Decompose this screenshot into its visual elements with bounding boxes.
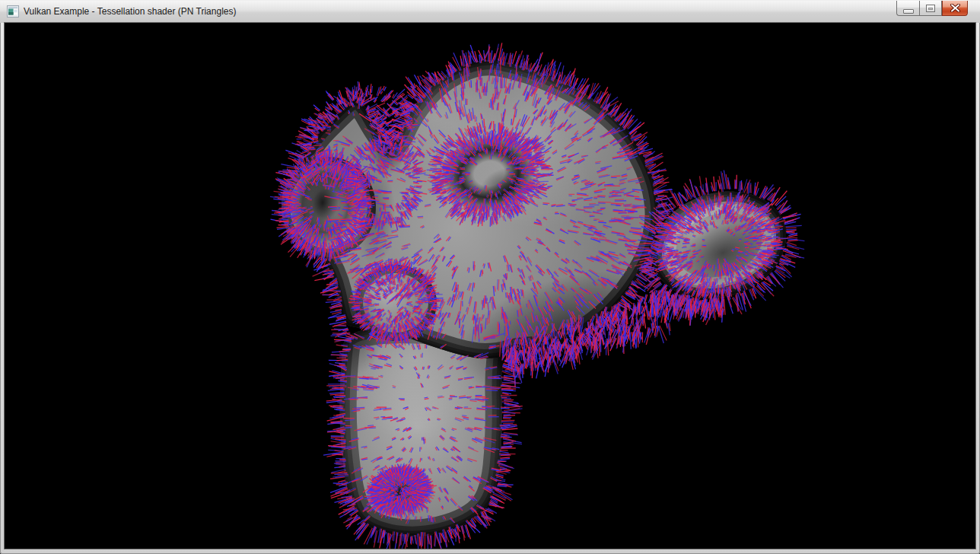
maximize-icon xyxy=(926,5,935,12)
render-canvas[interactable] xyxy=(5,23,975,549)
close-icon xyxy=(950,4,960,12)
app-window: Vulkan Example - Tessellation shader (PN… xyxy=(0,0,980,554)
maximize-button[interactable] xyxy=(919,1,942,16)
app-icon[interactable] xyxy=(7,5,19,18)
window-title: Vulkan Example - Tessellation shader (PN… xyxy=(24,6,236,17)
window-controls xyxy=(896,1,968,16)
close-button[interactable] xyxy=(942,1,968,16)
render-viewport xyxy=(5,23,975,549)
titlebar[interactable]: Vulkan Example - Tessellation shader (PN… xyxy=(0,0,980,23)
minimize-button[interactable] xyxy=(896,1,919,16)
minimize-icon xyxy=(903,9,914,14)
